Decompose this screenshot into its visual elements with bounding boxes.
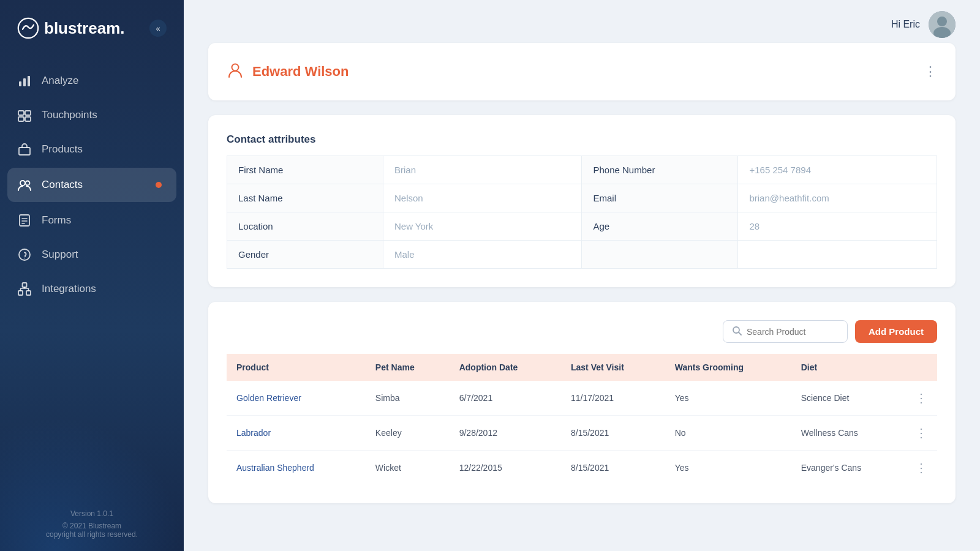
search-icon — [732, 326, 742, 337]
sidebar-item-support[interactable]: Support — [0, 238, 184, 272]
svg-point-27 — [232, 64, 239, 71]
svg-point-16 — [24, 258, 25, 259]
row-actions-cell: ⋮ — [905, 381, 937, 416]
col-pet-name: Pet Name — [366, 354, 450, 381]
attributes-card: Contact attributes First Name Brian Phon… — [208, 115, 956, 287]
svg-rect-7 — [25, 117, 31, 121]
adoption-date-cell: 6/7/2021 — [450, 381, 561, 416]
svg-rect-8 — [19, 148, 30, 155]
product-link[interactable]: Golden Retriever — [236, 393, 301, 403]
attr-row-location: Location New York Age 28 — [227, 212, 937, 241]
contact-name: Edward Wilson — [252, 64, 349, 80]
diet-cell: Evanger's Cans — [791, 451, 905, 485]
grooming-cell: Yes — [665, 451, 791, 485]
grooming-cell: Yes — [665, 381, 791, 416]
attr-value-age: 28 — [738, 212, 937, 241]
attr-label-firstname: First Name — [227, 156, 383, 184]
row-actions-cell: ⋮ — [905, 451, 937, 485]
col-diet: Diet — [791, 354, 905, 381]
contact-card: Edward Wilson ⋮ — [208, 43, 956, 100]
row-menu-button[interactable]: ⋮ — [915, 391, 927, 405]
svg-rect-1 — [19, 81, 21, 86]
sidebar-item-touchpoints[interactable]: Touchpoints — [0, 98, 184, 132]
svg-point-25 — [937, 17, 947, 26]
col-product: Product — [227, 354, 366, 381]
collapse-button[interactable]: « — [149, 20, 167, 37]
svg-rect-5 — [25, 111, 31, 115]
attr-row-lastname: Last Name Nelson Email brian@heathfit.co… — [227, 184, 937, 212]
attr-empty-1 — [582, 241, 738, 269]
products-table-header: Product Pet Name Adoption Date Last Vet … — [227, 354, 937, 381]
support-icon — [17, 247, 32, 262]
row-menu-button[interactable]: ⋮ — [915, 460, 927, 475]
sidebar-item-forms[interactable]: Forms — [0, 203, 184, 238]
product-link[interactable]: Australian Shepherd — [236, 463, 314, 473]
product-link[interactable]: Labrador — [236, 428, 271, 438]
sidebar-item-contacts[interactable]: Contacts — [7, 168, 176, 202]
contact-more-button[interactable]: ⋮ — [924, 65, 937, 78]
table-row: Labrador Keeley 9/28/2012 8/15/2021 No W… — [227, 416, 937, 451]
attr-label-email: Email — [582, 184, 738, 212]
contact-header: Edward Wilson ⋮ — [227, 61, 937, 82]
svg-rect-19 — [23, 283, 27, 287]
product-name-cell: Golden Retriever — [227, 381, 366, 416]
sidebar-item-integrations-label: Integrations — [42, 283, 96, 295]
logo-text: blustream. — [44, 19, 125, 38]
svg-point-10 — [26, 181, 30, 186]
main-content: Hi Eric Edward Wilson ⋮ — [184, 0, 980, 551]
sidebar-item-products[interactable]: Products — [0, 132, 184, 167]
sidebar-logo-area: blustream. « — [0, 0, 184, 51]
contact-name-row: Edward Wilson — [227, 61, 349, 82]
attr-label-age: Age — [582, 212, 738, 241]
products-table-body: Golden Retriever Simba 6/7/2021 11/17/20… — [227, 381, 937, 485]
svg-rect-11 — [20, 215, 29, 226]
sidebar-item-support-label: Support — [42, 249, 78, 261]
attr-value-email: brian@heathfit.com — [738, 184, 937, 212]
chart-icon — [17, 73, 32, 88]
row-menu-button[interactable]: ⋮ — [915, 425, 927, 440]
logo: blustream. — [17, 17, 125, 39]
attr-value-phone: +165 254 7894 — [738, 156, 937, 184]
version-label: Version 1.0.1 — [17, 509, 167, 518]
touchpoints-icon — [17, 108, 32, 122]
product-name-cell: Australian Shepherd — [227, 451, 366, 485]
products-icon — [17, 142, 32, 157]
products-card: Add Product Product Pet Name Adoption Da… — [208, 302, 956, 503]
pet-name-cell: Wicket — [366, 451, 450, 485]
diet-cell: Wellness Cans — [791, 416, 905, 451]
svg-rect-2 — [23, 78, 26, 86]
sidebar-item-analyze[interactable]: Analyze — [0, 64, 184, 98]
col-grooming: Wants Grooming — [665, 354, 791, 381]
attr-row-gender: Gender Male — [227, 241, 937, 269]
contacts-badge — [156, 182, 162, 188]
person-icon — [227, 61, 244, 82]
search-input[interactable] — [747, 327, 839, 337]
add-product-button[interactable]: Add Product — [855, 320, 937, 343]
sidebar-item-products-label: Products — [42, 143, 83, 156]
sidebar-item-integrations[interactable]: Integrations — [0, 272, 184, 306]
attributes-title: Contact attributes — [227, 133, 937, 146]
sidebar-item-forms-label: Forms — [42, 214, 71, 227]
attr-value-gender: Male — [383, 241, 582, 269]
attr-label-gender: Gender — [227, 241, 383, 269]
products-table: Product Pet Name Adoption Date Last Vet … — [227, 354, 937, 485]
avatar — [929, 11, 956, 38]
svg-line-29 — [739, 332, 741, 335]
attr-empty-2 — [738, 241, 937, 269]
pet-name-cell: Simba — [366, 381, 450, 416]
product-toolbar: Add Product — [227, 320, 937, 343]
sidebar: blustream. « Analyze — [0, 0, 184, 551]
col-last-vet: Last Vet Visit — [561, 354, 665, 381]
grooming-cell: No — [665, 416, 791, 451]
sidebar-footer: Version 1.0.1 © 2021 Blustream copyright… — [0, 497, 184, 551]
adoption-date-cell: 12/22/2015 — [450, 451, 561, 485]
logo-icon — [17, 17, 39, 39]
sidebar-item-analyze-label: Analyze — [42, 75, 78, 87]
diet-cell: Science Diet — [791, 381, 905, 416]
forms-icon — [17, 213, 32, 228]
product-name-cell: Labrador — [227, 416, 366, 451]
attr-label-phone: Phone Number — [582, 156, 738, 184]
svg-point-9 — [20, 181, 25, 186]
attr-label-location: Location — [227, 212, 383, 241]
last-vet-cell: 8/15/2021 — [561, 416, 665, 451]
